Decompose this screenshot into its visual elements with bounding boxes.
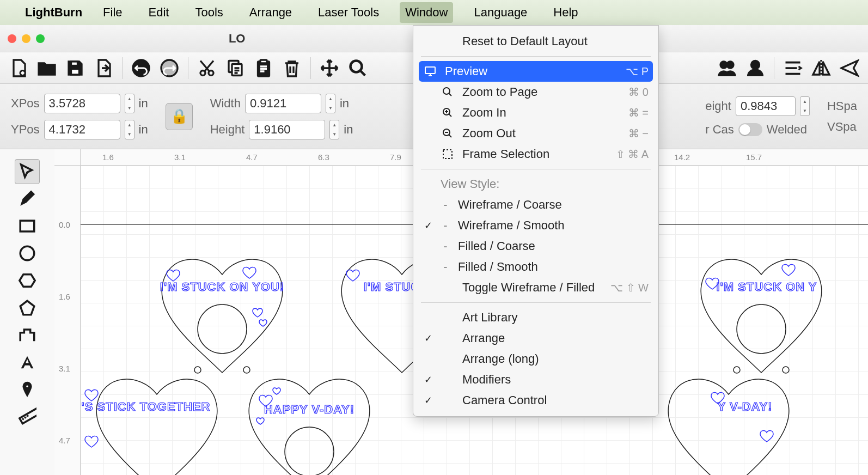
vspa-label: VSpa	[827, 120, 857, 134]
menu-filled-coarse[interactable]: - Filled / Coarse	[413, 236, 658, 257]
menu-language[interactable]: Language	[468, 2, 533, 23]
menu-window[interactable]: Window	[400, 2, 453, 23]
new-file-icon[interactable]	[7, 56, 30, 80]
polygon-tool[interactable]	[15, 295, 40, 320]
svg-point-11	[351, 60, 362, 72]
circle-tool[interactable]	[15, 241, 40, 266]
monitor-icon	[423, 64, 437, 78]
rectangle-tool[interactable]	[15, 214, 40, 239]
traffic-lights	[8, 34, 45, 43]
height-field[interactable]: 1.9160	[249, 120, 325, 139]
fullscreen-button[interactable]	[36, 34, 45, 43]
right-height-spinner[interactable]: ▲▼	[800, 96, 810, 116]
minimize-button[interactable]	[22, 34, 30, 43]
menu-preview[interactable]: Preview ⌥ P	[419, 61, 653, 82]
menu-zoom-in[interactable]: Zoom In ⌘ =	[413, 102, 658, 123]
svg-point-27	[737, 305, 786, 354]
app-name: LightBurn	[25, 5, 82, 20]
svg-point-14	[751, 60, 760, 69]
menu-help[interactable]: Help	[548, 2, 583, 23]
svg-text:I'M STUCK ON Y: I'M STUCK ON Y	[716, 280, 817, 294]
lock-icon[interactable]: 🔒	[166, 103, 193, 130]
measure-tool[interactable]	[15, 404, 40, 429]
xpos-label: XPos	[11, 96, 40, 111]
menu-wireframe-smooth[interactable]: ✓- Wireframe / Smooth	[413, 215, 658, 236]
frame-icon	[441, 147, 455, 161]
menu-camera-control[interactable]: ✓ Camera Control	[413, 390, 658, 411]
xpos-spinner[interactable]: ▲▼	[125, 94, 135, 113]
right-height-field[interactable]: 0.9843	[736, 96, 796, 116]
menu-wireframe-coarse[interactable]: - Wireframe / Coarse	[413, 194, 658, 215]
tab-tool[interactable]	[15, 322, 40, 348]
height-label: Height	[210, 123, 245, 137]
menu-lasertools[interactable]: Laser Tools	[313, 2, 384, 23]
delete-icon[interactable]	[280, 56, 304, 80]
width-spinner[interactable]: ▲▼	[326, 94, 335, 113]
svg-text:Y V-DAY!: Y V-DAY!	[718, 400, 773, 413]
align-icon[interactable]	[781, 56, 805, 80]
menu-arrange-panel[interactable]: ✓ Arrange	[413, 328, 658, 349]
menu-arrange-long[interactable]: Arrange (long)	[413, 349, 658, 369]
menu-frame-selection[interactable]: Frame Selection ⇧ ⌘ A	[413, 144, 658, 165]
svg-point-19	[198, 305, 247, 354]
send-icon[interactable]	[838, 56, 861, 80]
pan-icon[interactable]	[317, 56, 341, 80]
ypos-spinner[interactable]: ▲▼	[125, 120, 135, 139]
export-icon[interactable]	[91, 56, 115, 80]
xpos-unit: in	[139, 96, 148, 111]
menu-modifiers[interactable]: ✓ Modifiers	[413, 369, 658, 390]
menu-zoom-out[interactable]: Zoom Out ⌘ −	[413, 123, 658, 144]
ruler-corner	[54, 149, 81, 166]
svg-point-12	[720, 62, 727, 68]
copy-icon[interactable]	[223, 56, 247, 80]
menu-art-library[interactable]: Art Library	[413, 307, 658, 328]
svg-rect-15	[20, 221, 34, 232]
mirror-icon[interactable]	[809, 56, 833, 80]
svg-rect-1	[71, 62, 78, 66]
ypos-field[interactable]: 4.1732	[44, 120, 120, 139]
paste-icon[interactable]	[252, 56, 276, 80]
menu-reset-layout[interactable]: Reset to Default Layout	[413, 31, 658, 52]
user-icon[interactable]	[743, 56, 767, 80]
hexagon-tool[interactable]	[15, 268, 40, 293]
save-icon[interactable]	[63, 56, 87, 80]
ypos-label: YPos	[11, 123, 40, 137]
menu-filled-smooth[interactable]: - Filled / Smooth	[413, 257, 658, 277]
case-toggle[interactable]	[738, 123, 762, 136]
svg-text:'S STICK TOGETHER: 'S STICK TOGETHER	[82, 400, 211, 413]
zoom-in-icon	[441, 106, 455, 120]
width-field[interactable]: 0.9121	[245, 94, 321, 113]
close-button[interactable]	[8, 34, 16, 43]
menu-toggle-wireframe[interactable]: Toggle Wireframe / Filled ⌥ ⇧ W	[413, 277, 658, 298]
height-spinner[interactable]: ▲▼	[329, 120, 339, 139]
svg-point-13	[727, 62, 733, 68]
heart-shape[interactable]: 'S STICK TOGETHER	[81, 367, 239, 475]
redo-icon[interactable]	[157, 56, 181, 80]
window-menu-dropdown: Reset to Default Layout Preview ⌥ P Zoom…	[413, 25, 659, 417]
hspa-label: HSpa	[827, 99, 857, 113]
undo-icon[interactable]	[129, 56, 153, 80]
case-label: r Cas	[705, 123, 734, 137]
heart-shape[interactable]: HAPPY V-DAY!	[228, 367, 391, 475]
menu-tools[interactable]: Tools	[190, 2, 228, 23]
menu-arrange[interactable]: Arrange	[244, 2, 297, 23]
text-tool[interactable]	[15, 350, 40, 375]
menu-file[interactable]: File	[97, 2, 127, 23]
users-icon[interactable]	[715, 56, 739, 80]
select-tool[interactable]	[15, 159, 40, 184]
svg-rect-32	[425, 67, 435, 74]
menu-edit[interactable]: Edit	[143, 2, 175, 23]
menu-zoom-to-page[interactable]: Zoom to Page ⌘ 0	[413, 82, 658, 102]
pencil-tool[interactable]	[15, 186, 40, 211]
svg-point-17	[25, 385, 29, 388]
open-file-icon[interactable]	[35, 56, 59, 80]
svg-rect-36	[443, 150, 452, 159]
cut-icon[interactable]	[195, 56, 219, 80]
width-unit: in	[340, 96, 349, 111]
welded-label: Welded	[767, 123, 807, 137]
heart-shape[interactable]: Y V-DAY!	[647, 367, 810, 475]
tool-palette	[0, 149, 54, 475]
zoom-icon[interactable]	[346, 56, 370, 80]
marker-tool[interactable]	[15, 377, 40, 402]
xpos-field[interactable]: 3.5728	[44, 94, 120, 113]
